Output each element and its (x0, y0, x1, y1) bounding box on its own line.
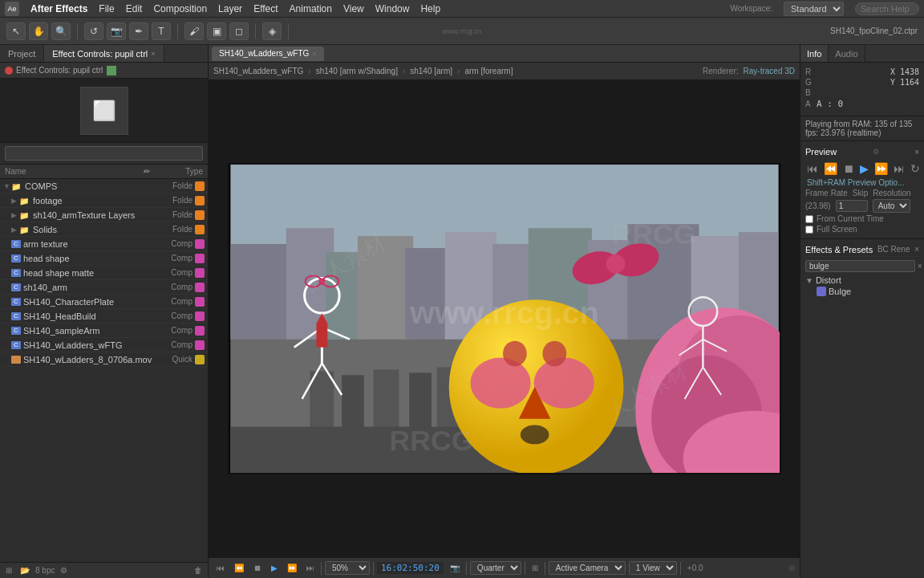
breadcrumb-2[interactable]: sh140 [arm w/Shading] (316, 67, 398, 75)
prev-stop-btn[interactable]: ⏹ (841, 162, 856, 175)
menu-layer[interactable]: Layer (218, 3, 242, 14)
list-item[interactable]: ▼ 📁 COMPS Folde (0, 179, 208, 193)
preview-options-btn[interactable]: ⚙ (873, 148, 879, 156)
list-item[interactable]: ▶ 📁 sh140_armTexture Layers Folde (0, 208, 208, 222)
breadcrumb-1[interactable]: SH140_wLadders_wFTG (213, 67, 303, 75)
effects-item-bulge[interactable]: Bulge (817, 287, 919, 296)
skip-input[interactable] (836, 200, 868, 212)
eraser-tool[interactable]: ◻ (229, 22, 249, 40)
file-name: sh140_arm (23, 283, 148, 292)
from-current-checkbox[interactable] (805, 215, 813, 223)
zoom-tool[interactable]: 🔍 (51, 22, 71, 40)
comp-tab-sh140wladders[interactable]: SH140_wLadders_wFTG × (212, 47, 324, 61)
list-item[interactable]: ▶ 📁 Solids Folde (0, 222, 208, 237)
comp-tab-close[interactable]: × (312, 50, 316, 58)
hand-tool[interactable]: ✋ (29, 22, 48, 40)
file-name: footage (33, 196, 148, 206)
text-tool[interactable]: T (152, 22, 171, 40)
next-frame-btn[interactable]: ⏩ (284, 562, 300, 574)
tab-audio[interactable]: Audio (829, 45, 865, 62)
camera-select[interactable]: Active Camera (549, 561, 626, 575)
list-item[interactable]: C arm texture Comp (0, 237, 208, 251)
effects-search-input[interactable] (805, 260, 915, 272)
exposure-btn[interactable]: +0.0 (684, 562, 707, 574)
list-item[interactable]: C head shape matte Comp (0, 266, 208, 280)
file-type: Comp (148, 311, 192, 320)
prev-first-btn[interactable]: ⏮ (805, 162, 820, 175)
pen-tool[interactable]: ✒ (129, 22, 148, 40)
project-search-input[interactable] (5, 146, 203, 161)
snapshot-btn[interactable]: 📷 (447, 562, 463, 574)
tab-effect-controls[interactable]: Effect Controls: pupil ctrl × (44, 45, 164, 62)
prev-play-btn[interactable]: ▶ (858, 162, 870, 175)
list-item[interactable]: SH140_wLadders_8_0706a.mov Quick (0, 352, 208, 367)
new-comp-btn[interactable]: ⊞ (3, 565, 14, 576)
comp-icon: C (11, 240, 21, 248)
menu-search[interactable] (855, 2, 919, 15)
list-item[interactable]: C SH140_CharacterPlate Comp (0, 295, 208, 309)
list-item[interactable]: C SH140_wLadders_wFTG Comp (0, 338, 208, 352)
tab-info[interactable]: Info (800, 45, 829, 62)
play-btn[interactable]: ▶ (268, 562, 281, 574)
prev-loop-btn[interactable]: ↻ (909, 162, 922, 175)
tab-close-effect[interactable]: × (151, 50, 155, 58)
effects-clear-btn[interactable]: × (918, 262, 922, 271)
file-list: ▼ 📁 COMPS Folde ▶ 📁 footage Folde ▶ 📁 s (0, 179, 208, 562)
brush-tool[interactable]: 🖌 (184, 22, 204, 40)
prev-last-btn[interactable]: ⏭ (892, 162, 906, 175)
effects-category-distort[interactable]: ▼ Distort (805, 275, 919, 285)
menu-effect[interactable]: Effect (253, 3, 278, 14)
svg-point-27 (520, 425, 549, 445)
file-color (195, 196, 205, 206)
prev-back-btn[interactable]: ⏪ (822, 162, 839, 175)
svg-text:RRCG: RRCG (389, 425, 473, 457)
first-frame-btn[interactable]: ⏮ (213, 562, 228, 574)
delete-btn[interactable]: 🗑 (192, 565, 205, 576)
menu-animation[interactable]: Animation (290, 3, 332, 14)
camera-tool[interactable]: 📷 (107, 22, 126, 40)
menu-bar: Ae After Effects File Edit Composition L… (0, 0, 924, 18)
menu-window[interactable]: Window (375, 3, 410, 14)
grid-btn[interactable]: ⊞ (529, 562, 541, 574)
comp-tabs: SH140_wLadders_wFTG × (209, 45, 800, 63)
renderer-value[interactable]: Ray-traced 3D (744, 67, 795, 75)
quality-select[interactable]: QuarterHalfFull (470, 561, 521, 575)
rotate-tool[interactable]: ↺ (84, 22, 103, 40)
menu-edit[interactable]: Edit (126, 3, 143, 14)
color-settings-btn[interactable]: ⚙ (58, 565, 70, 576)
info-r-row: R X 1438 (805, 67, 919, 76)
workspace-select[interactable]: Standard (784, 2, 844, 16)
menu-view[interactable]: View (343, 3, 364, 14)
main-layout: Project Effect Controls: pupil ctrl × Ef… (0, 45, 924, 578)
last-frame-btn[interactable]: ⏭ (303, 562, 318, 574)
list-item[interactable]: ▶ 📁 footage Folde (0, 193, 208, 208)
stamp-tool[interactable]: ▣ (207, 22, 226, 40)
menu-file[interactable]: File (99, 3, 114, 14)
preview-title: Preview ⚙ × (805, 144, 919, 159)
zoom-select[interactable]: 50%100%25% (325, 561, 370, 575)
tab-project[interactable]: Project (0, 45, 44, 62)
color-swatch[interactable] (106, 65, 117, 76)
selection-tool[interactable]: ↖ (6, 22, 26, 40)
col-type-icon: ✏ (139, 167, 155, 176)
view-select[interactable]: 1 View (629, 561, 677, 575)
prev-frame-btn[interactable]: ⏪ (231, 562, 247, 574)
list-item[interactable]: C sh140_arm Comp (0, 280, 208, 295)
menu-help[interactable]: Help (420, 3, 440, 14)
list-item[interactable]: C head shape Comp (0, 251, 208, 266)
list-item[interactable]: C SH140_HeadBuild Comp (0, 309, 208, 324)
prev-fwd-btn[interactable]: ⏩ (873, 162, 890, 175)
file-color (195, 268, 205, 278)
breadcrumb-3[interactable]: sh140 [arm] (410, 67, 452, 75)
preview-options-label[interactable]: Shift+RAM Preview Optio... (805, 178, 919, 187)
full-screen-checkbox[interactable] (805, 226, 813, 234)
effects-close-btn[interactable]: × (914, 245, 919, 254)
stop-btn[interactable]: ⏹ (250, 562, 265, 574)
breadcrumb-4[interactable]: arm [forearm] (464, 67, 513, 75)
resolution-select[interactable]: AutoFullHalf (873, 199, 910, 213)
puppet-tool[interactable]: ◈ (262, 22, 282, 40)
list-item[interactable]: C SH140_sampleArm Comp (0, 324, 208, 338)
preview-close-btn[interactable]: × (914, 148, 919, 157)
menu-composition[interactable]: Composition (153, 3, 207, 14)
new-folder-btn[interactable]: 📂 (18, 565, 32, 576)
